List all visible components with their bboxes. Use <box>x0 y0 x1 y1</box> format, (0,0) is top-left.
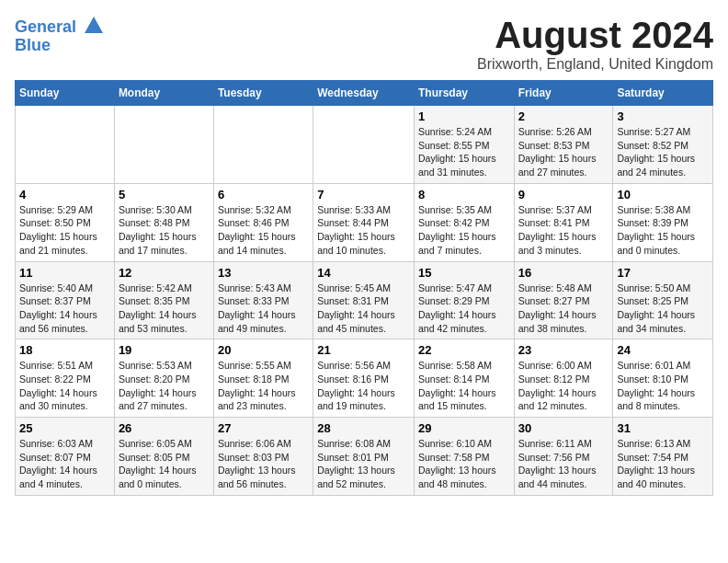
calendar-cell: 5Sunrise: 5:30 AM Sunset: 8:48 PM Daylig… <box>114 183 213 261</box>
calendar-cell <box>213 106 313 184</box>
day-info: Sunrise: 6:01 AM Sunset: 8:10 PM Dayligh… <box>617 359 709 413</box>
page-subtitle: Brixworth, England, United Kingdom <box>477 56 713 73</box>
day-number: 22 <box>418 343 510 357</box>
day-number: 5 <box>119 188 210 201</box>
calendar-cell <box>16 106 115 184</box>
day-number: 14 <box>317 266 410 280</box>
calendar-cell: 7Sunrise: 5:33 AM Sunset: 8:44 PM Daylig… <box>313 183 415 261</box>
day-info: Sunrise: 5:47 AM Sunset: 8:29 PM Dayligh… <box>418 282 510 336</box>
day-info: Sunrise: 5:56 AM Sunset: 8:16 PM Dayligh… <box>317 359 410 413</box>
day-info: Sunrise: 6:00 AM Sunset: 8:12 PM Dayligh… <box>518 359 609 413</box>
calendar-cell: 20Sunrise: 5:55 AM Sunset: 8:18 PM Dayli… <box>213 339 313 418</box>
calendar-cell: 10Sunrise: 5:38 AM Sunset: 8:39 PM Dayli… <box>613 183 713 261</box>
header: General Blue August 2024 Brixworth, Engl… <box>15 15 713 73</box>
day-info: Sunrise: 6:10 AM Sunset: 7:58 PM Dayligh… <box>418 437 510 491</box>
calendar-cell: 30Sunrise: 6:11 AM Sunset: 7:56 PM Dayli… <box>514 418 613 496</box>
day-number: 28 <box>317 421 410 435</box>
day-number: 12 <box>119 266 210 280</box>
day-info: Sunrise: 5:53 AM Sunset: 8:20 PM Dayligh… <box>119 359 210 413</box>
day-info: Sunrise: 5:38 AM Sunset: 8:39 PM Dayligh… <box>617 203 709 258</box>
calendar-cell: 25Sunrise: 6:03 AM Sunset: 8:07 PM Dayli… <box>16 418 115 496</box>
day-info: Sunrise: 5:45 AM Sunset: 8:31 PM Dayligh… <box>317 282 410 336</box>
calendar-cell: 8Sunrise: 5:35 AM Sunset: 8:42 PM Daylig… <box>414 183 514 261</box>
calendar-cell <box>313 106 415 184</box>
day-number: 26 <box>119 421 210 435</box>
calendar-cell: 12Sunrise: 5:42 AM Sunset: 8:35 PM Dayli… <box>114 261 213 339</box>
calendar-cell: 26Sunrise: 6:05 AM Sunset: 8:05 PM Dayli… <box>114 418 213 496</box>
calendar-cell: 2Sunrise: 5:26 AM Sunset: 8:53 PM Daylig… <box>514 106 613 184</box>
calendar-cell: 4Sunrise: 5:29 AM Sunset: 8:50 PM Daylig… <box>16 183 115 261</box>
day-info: Sunrise: 5:29 AM Sunset: 8:50 PM Dayligh… <box>19 203 110 258</box>
day-info: Sunrise: 5:51 AM Sunset: 8:22 PM Dayligh… <box>19 359 110 413</box>
day-header-saturday: Saturday <box>613 81 713 106</box>
day-info: Sunrise: 5:37 AM Sunset: 8:41 PM Dayligh… <box>518 203 609 258</box>
day-number: 3 <box>617 109 709 123</box>
logo-general: General <box>15 17 76 36</box>
day-info: Sunrise: 5:26 AM Sunset: 8:53 PM Dayligh… <box>518 125 609 179</box>
day-info: Sunrise: 5:27 AM Sunset: 8:52 PM Dayligh… <box>617 125 709 179</box>
day-number: 4 <box>19 188 110 201</box>
calendar-cell: 17Sunrise: 5:50 AM Sunset: 8:25 PM Dayli… <box>613 261 713 339</box>
day-info: Sunrise: 6:03 AM Sunset: 8:07 PM Dayligh… <box>19 437 110 491</box>
day-info: Sunrise: 5:40 AM Sunset: 8:37 PM Dayligh… <box>19 282 110 336</box>
calendar-cell: 11Sunrise: 5:40 AM Sunset: 8:37 PM Dayli… <box>16 261 115 339</box>
day-number: 6 <box>218 188 309 201</box>
calendar-cell: 6Sunrise: 5:32 AM Sunset: 8:46 PM Daylig… <box>213 183 313 261</box>
day-info: Sunrise: 5:35 AM Sunset: 8:42 PM Dayligh… <box>418 203 510 258</box>
logo: General Blue <box>15 18 105 55</box>
day-header-wednesday: Wednesday <box>313 81 415 106</box>
day-info: Sunrise: 5:33 AM Sunset: 8:44 PM Dayligh… <box>317 203 410 258</box>
day-info: Sunrise: 5:30 AM Sunset: 8:48 PM Dayligh… <box>119 203 210 258</box>
day-info: Sunrise: 6:06 AM Sunset: 8:03 PM Dayligh… <box>218 437 309 491</box>
calendar-cell: 3Sunrise: 5:27 AM Sunset: 8:52 PM Daylig… <box>613 106 713 184</box>
day-number: 15 <box>418 266 510 280</box>
calendar-cell: 15Sunrise: 5:47 AM Sunset: 8:29 PM Dayli… <box>414 261 514 339</box>
calendar-cell: 18Sunrise: 5:51 AM Sunset: 8:22 PM Dayli… <box>16 339 115 418</box>
calendar-cell: 19Sunrise: 5:53 AM Sunset: 8:20 PM Dayli… <box>114 339 213 418</box>
day-number: 8 <box>418 188 510 201</box>
day-header-monday: Monday <box>114 81 213 106</box>
day-number: 30 <box>518 421 609 435</box>
calendar-cell <box>114 106 213 184</box>
day-number: 17 <box>617 266 709 280</box>
calendar-cell: 23Sunrise: 6:00 AM Sunset: 8:12 PM Dayli… <box>514 339 613 418</box>
day-info: Sunrise: 5:50 AM Sunset: 8:25 PM Dayligh… <box>617 282 709 336</box>
day-number: 20 <box>218 343 309 357</box>
day-info: Sunrise: 5:24 AM Sunset: 8:55 PM Dayligh… <box>418 125 510 179</box>
day-info: Sunrise: 6:11 AM Sunset: 7:56 PM Dayligh… <box>518 437 609 491</box>
calendar-cell: 21Sunrise: 5:56 AM Sunset: 8:16 PM Dayli… <box>313 339 415 418</box>
day-info: Sunrise: 5:55 AM Sunset: 8:18 PM Dayligh… <box>218 359 309 413</box>
calendar-cell: 27Sunrise: 6:06 AM Sunset: 8:03 PM Dayli… <box>213 418 313 496</box>
day-header-friday: Friday <box>514 81 613 106</box>
calendar-cell: 9Sunrise: 5:37 AM Sunset: 8:41 PM Daylig… <box>514 183 613 261</box>
page-title: August 2024 <box>477 15 713 56</box>
day-info: Sunrise: 5:32 AM Sunset: 8:46 PM Dayligh… <box>218 203 309 258</box>
day-number: 10 <box>617 188 709 201</box>
day-info: Sunrise: 5:42 AM Sunset: 8:35 PM Dayligh… <box>119 282 210 336</box>
day-number: 9 <box>518 188 609 201</box>
day-header-tuesday: Tuesday <box>213 81 313 106</box>
day-number: 21 <box>317 343 410 357</box>
day-number: 11 <box>19 266 110 280</box>
title-area: August 2024 Brixworth, England, United K… <box>477 15 713 73</box>
calendar-cell: 22Sunrise: 5:58 AM Sunset: 8:14 PM Dayli… <box>414 339 514 418</box>
day-info: Sunrise: 5:48 AM Sunset: 8:27 PM Dayligh… <box>518 282 609 336</box>
day-number: 7 <box>317 188 410 201</box>
calendar-cell: 13Sunrise: 5:43 AM Sunset: 8:33 PM Dayli… <box>213 261 313 339</box>
day-header-thursday: Thursday <box>414 81 514 106</box>
day-number: 31 <box>617 421 709 435</box>
calendar-cell: 24Sunrise: 6:01 AM Sunset: 8:10 PM Dayli… <box>613 339 713 418</box>
day-info: Sunrise: 6:13 AM Sunset: 7:54 PM Dayligh… <box>617 437 709 491</box>
calendar-table: SundayMondayTuesdayWednesdayThursdayFrid… <box>15 80 713 496</box>
day-number: 16 <box>518 266 609 280</box>
day-number: 18 <box>19 343 110 357</box>
day-number: 27 <box>218 421 309 435</box>
day-info: Sunrise: 5:43 AM Sunset: 8:33 PM Dayligh… <box>218 282 309 336</box>
day-info: Sunrise: 6:08 AM Sunset: 8:01 PM Dayligh… <box>317 437 410 491</box>
svg-marker-0 <box>85 17 103 33</box>
logo-blue: Blue <box>15 37 105 55</box>
calendar-cell: 29Sunrise: 6:10 AM Sunset: 7:58 PM Dayli… <box>414 418 514 496</box>
day-info: Sunrise: 6:05 AM Sunset: 8:05 PM Dayligh… <box>119 437 210 491</box>
day-number: 1 <box>418 109 510 123</box>
day-number: 2 <box>518 109 609 123</box>
